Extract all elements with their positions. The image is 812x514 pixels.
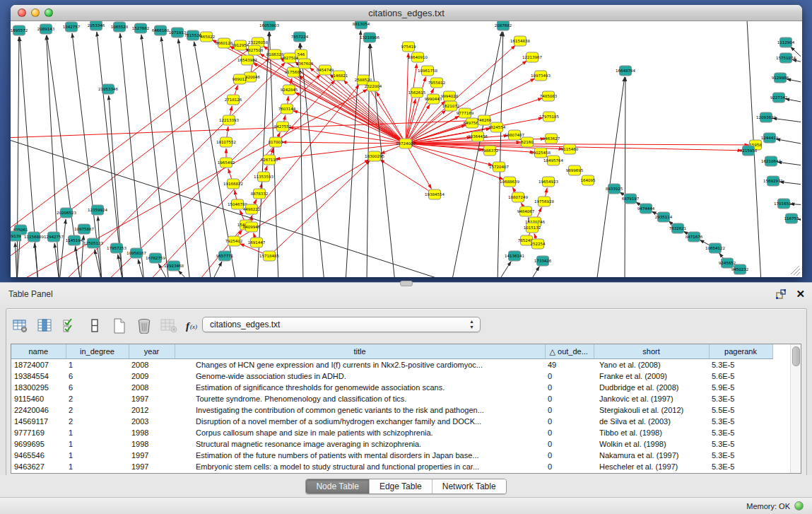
- graph-node[interactable]: 116753: [784, 214, 799, 223]
- graph-node[interactable]: 7857224: [291, 32, 309, 42]
- graph-node[interactable]: 9899695: [566, 165, 584, 175]
- column-header-title[interactable]: title: [175, 344, 545, 359]
- graph-node[interactable]: 1527662: [132, 23, 150, 33]
- graph-node[interactable]: 1065528: [111, 22, 129, 32]
- table-row[interactable]: 1456911722003Disruption of a novel membe…: [11, 416, 791, 427]
- graph-node[interactable]: 9227342: [770, 93, 788, 103]
- graph-node[interactable]: 8427552: [274, 122, 292, 132]
- graph-node[interactable]: 9657771: [216, 251, 234, 261]
- graph-node[interactable]: 10688639: [500, 177, 519, 187]
- graph-node[interactable]: 20206523: [57, 208, 76, 218]
- graph-node[interactable]: 8813054: [353, 21, 370, 29]
- graph-node[interactable]: 4498222: [243, 204, 261, 214]
- network-canvas[interactable]: 1872400774658228660128891295423226058982…: [11, 21, 801, 277]
- graph-node[interactable]: 19166822: [223, 179, 243, 189]
- graph-node[interactable]: 2089143: [37, 24, 55, 34]
- column-header-out_de[interactable]: △ out_de...: [545, 344, 594, 359]
- graph-node[interactable]: 18807249: [508, 192, 528, 202]
- graph-node[interactable]: 1342757: [63, 22, 81, 32]
- graph-node[interactable]: 1733426: [534, 256, 552, 266]
- graph-node[interactable]: 13218986: [360, 33, 379, 42]
- graph-node[interactable]: 252254: [531, 239, 546, 249]
- graph-node[interactable]: 20364436: [468, 132, 488, 141]
- graph-node[interactable]: 2367608: [296, 59, 314, 69]
- tab-node-table[interactable]: Node Table: [306, 479, 370, 493]
- graph-node[interactable]: 1621072: [442, 101, 460, 111]
- float-panel-icon[interactable]: [775, 288, 787, 299]
- table-row[interactable]: 1872400712008Changes of HCN gene express…: [11, 359, 791, 371]
- graph-node[interactable]: 1965492: [218, 158, 235, 168]
- show-hide-columns-button[interactable]: [60, 316, 80, 336]
- select-columns-button[interactable]: [35, 316, 55, 336]
- graph-node[interactable]: 975419: [401, 42, 416, 52]
- graph-node[interactable]: 15718485: [259, 251, 279, 261]
- graph-node[interactable]: 3824554: [488, 122, 506, 132]
- table-row[interactable]: 2242004622012Investigating the contribut…: [11, 404, 791, 416]
- tab-edge-table[interactable]: Edge Table: [370, 479, 433, 493]
- graph-node[interactable]: 14136141: [505, 251, 524, 261]
- graph-node[interactable]: 9777169: [457, 108, 474, 118]
- graph-node[interactable]: 2718126: [225, 95, 242, 105]
- graph-node[interactable]: 746266: [477, 115, 492, 125]
- graph-node[interactable]: 16210643: [761, 156, 781, 166]
- column-header-in_degree[interactable]: in_degree: [66, 344, 129, 359]
- tab-network-table[interactable]: Network Table: [433, 479, 506, 493]
- graph-node[interactable]: 12359924: [88, 205, 107, 215]
- graph-node[interactable]: 15751074: [776, 53, 796, 63]
- graph-node[interactable]: 1244419: [761, 133, 779, 143]
- graph-node[interactable]: 12213967: [522, 52, 542, 62]
- table-mode-button[interactable]: [11, 316, 30, 336]
- graph-node[interactable]: 8878332: [251, 189, 269, 199]
- new-column-button[interactable]: [110, 316, 129, 336]
- graph-node[interactable]: 12213393: [219, 115, 239, 125]
- graph-node[interactable]: 2087682: [495, 21, 512, 30]
- graph-node[interactable]: 9994028: [441, 91, 459, 101]
- graph-node[interactable]: 18107552: [216, 137, 236, 147]
- graph-node[interactable]: 1112904: [777, 37, 795, 47]
- graph-node[interactable]: 9463627: [543, 134, 560, 144]
- graph-node[interactable]: 12505123: [83, 238, 103, 248]
- graph-node[interactable]: 6466160: [152, 25, 170, 35]
- graph-node[interactable]: 9245652: [719, 258, 736, 268]
- graph-node[interactable]: 9990443: [425, 94, 442, 104]
- graph-node[interactable]: 12093822: [756, 112, 776, 122]
- graph-node[interactable]: 9474444: [637, 204, 655, 214]
- graph-node[interactable]: 15720407: [489, 162, 509, 172]
- panel-splitter-handle[interactable]: [400, 281, 413, 286]
- graph-node[interactable]: 17016504: [774, 199, 794, 209]
- graph-node[interactable]: 7986372: [481, 146, 499, 156]
- table-row[interactable]: 1830029562008Estimation of significance …: [11, 382, 791, 393]
- graph-node[interactable]: 10975887: [74, 224, 94, 234]
- scrollbar-thumb[interactable]: [792, 346, 800, 366]
- graph-node[interactable]: 10958167: [126, 248, 146, 258]
- column-header-year[interactable]: year: [129, 344, 175, 359]
- graph-node[interactable]: 9450232: [731, 264, 749, 274]
- graph-node[interactable]: 18640910: [408, 52, 428, 62]
- table-row[interactable]: 911546021997Tourette syndrome. Phenomeno…: [11, 393, 791, 404]
- graph-node[interactable]: 16782759: [146, 253, 165, 263]
- network-window-titlebar[interactable]: citations_edges.txt: [11, 5, 802, 21]
- graph-node[interactable]: 989012: [233, 74, 247, 84]
- function-builder-button[interactable]: f (x): [184, 316, 204, 336]
- graph-node[interactable]: 19384554: [425, 189, 445, 199]
- graph-node[interactable]: 11353593: [254, 172, 273, 182]
- graph-node[interactable]: 7485083: [540, 91, 558, 101]
- graph-node[interactable]: 16154838: [510, 36, 530, 46]
- graph-node[interactable]: 817003: [269, 137, 283, 147]
- graph-node[interactable]: 1695572: [11, 25, 28, 35]
- graph-node[interactable]: 62160: [521, 137, 534, 147]
- citation-network-graph[interactable]: 1872400774658228660128891295423226058982…: [11, 21, 801, 277]
- column-header-short[interactable]: short: [594, 344, 709, 359]
- table-row[interactable]: 946554611997Estimation of the future num…: [11, 450, 791, 461]
- graph-node[interactable]: 39139: [11, 231, 21, 241]
- delete-column-button[interactable]: [134, 316, 154, 336]
- graph-node[interactable]: 6879197: [622, 194, 640, 204]
- graph-node[interactable]: 17957253: [107, 243, 126, 253]
- graph-node[interactable]: 11156889: [24, 232, 44, 242]
- column-header-pagerank[interactable]: pagerank: [709, 344, 772, 359]
- table-vertical-scrollbar[interactable]: [790, 344, 801, 473]
- graph-node[interactable]: 21053346: [98, 84, 118, 94]
- column-header-name[interactable]: name: [11, 344, 66, 359]
- table-row[interactable]: 969969511998Structural magnetic resonanc…: [11, 438, 791, 450]
- close-panel-icon[interactable]: ✕: [796, 288, 805, 299]
